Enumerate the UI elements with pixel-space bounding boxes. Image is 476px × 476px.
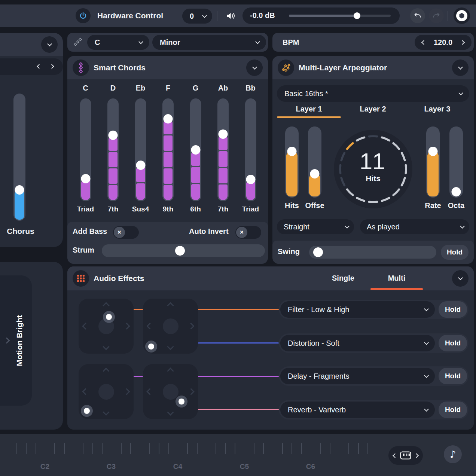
chord-voicing-slider[interactable] (80, 98, 91, 201)
fx-hold-button[interactable]: Hold (439, 335, 467, 351)
chord-slider-thumb[interactable] (164, 114, 173, 123)
chord-type-label: 7th (207, 205, 239, 213)
chord-voicing-slider[interactable] (135, 98, 146, 201)
arp-slider-thumb[interactable] (287, 147, 297, 156)
chord-voicing-slider[interactable] (162, 98, 174, 201)
chevron-up-icon (167, 302, 174, 309)
pad-position-dot[interactable] (145, 341, 157, 353)
audio-effects-collapse-button[interactable] (452, 270, 469, 287)
fx-slot-dropdown[interactable]: Reverb - Variverb (280, 402, 435, 418)
arp-offse-slider[interactable] (308, 126, 321, 198)
midi-channel-dropdown[interactable]: 0 (182, 9, 212, 24)
fx-slot-dropdown[interactable]: Filter - Low & High (280, 301, 435, 318)
xy-pad-filter[interactable] (79, 299, 134, 354)
chorus-slider-thumb[interactable] (15, 185, 24, 195)
audio-effects-card: Audio Effects Single Multi Filter - Low … (67, 266, 474, 430)
arp-slider-column: Hits (285, 126, 299, 213)
chord-note-label: Bb (237, 84, 264, 92)
chevron-down-icon (202, 13, 207, 18)
tab-layer-2[interactable]: Layer 2 (341, 105, 405, 113)
arpeggiator-card: Multi-Layer Arpeggiator Basic 16ths * La… (272, 56, 474, 264)
chevron-right-icon (123, 323, 130, 329)
chord-slider-thumb[interactable] (136, 161, 145, 170)
bpm-increase-icon[interactable] (460, 40, 465, 45)
note-order-dropdown[interactable]: As played (360, 219, 469, 234)
strum-slider[interactable] (102, 244, 265, 257)
bpm-decrease-icon[interactable] (421, 40, 426, 45)
volume-slider-fill (289, 15, 357, 17)
scale-dropdown[interactable]: Minor (152, 35, 266, 50)
chord-slider-thumb[interactable] (219, 129, 228, 139)
arp-hold-button[interactable]: Hold (441, 245, 469, 260)
bpm-value[interactable]: 120.0 (434, 38, 452, 47)
xy-pad-delay[interactable] (79, 364, 134, 419)
xy-pad-distortion[interactable] (143, 299, 198, 354)
chord-slider-thumb[interactable] (81, 174, 90, 183)
chorus-slider[interactable] (13, 94, 25, 221)
arpeggiator-collapse-button[interactable] (452, 59, 469, 76)
octave-down-icon[interactable] (393, 453, 397, 458)
tab-multi[interactable]: Multi (382, 274, 412, 283)
tab-layer-3[interactable]: Layer 3 (405, 105, 469, 113)
chevron-right-icon[interactable] (49, 64, 54, 69)
power-button[interactable] (76, 8, 91, 23)
xy-pad-reverb[interactable] (143, 364, 198, 419)
chord-voicing-slider[interactable] (107, 98, 119, 201)
volume-slider[interactable] (289, 15, 391, 17)
chevron-left-icon[interactable] (37, 64, 42, 69)
undo-button[interactable] (410, 8, 425, 23)
arp-slider-thumb[interactable] (452, 187, 461, 196)
chord-voicing-slider[interactable] (245, 98, 256, 201)
swing-slider-thumb[interactable] (313, 247, 323, 257)
note-order-value: As played (367, 223, 400, 231)
chord-slider-thumb[interactable] (246, 175, 255, 184)
pad-center (163, 384, 178, 400)
left-panel-collapse-button[interactable] (41, 36, 58, 53)
chord-type-label: 6th (180, 205, 211, 213)
chord-slider-thumb[interactable] (191, 145, 200, 155)
arp-slider-thumb[interactable] (428, 147, 438, 156)
arp-rate-slider[interactable] (426, 126, 440, 198)
pad-position-dot[interactable] (176, 396, 187, 408)
smart-chords-collapse-button[interactable] (246, 59, 263, 76)
octave-up-icon[interactable] (414, 453, 419, 458)
keyboard-strip[interactable]: C2 C3 C4 C5 C6 ♪ (0, 434, 476, 476)
chord-voicing-slider[interactable] (217, 98, 229, 201)
left-preset-selector[interactable] (0, 58, 63, 75)
timing-dropdown[interactable]: Straight (277, 219, 354, 234)
arp-preset-dropdown[interactable]: Basic 16ths * (277, 85, 469, 102)
volume-slider-thumb[interactable] (354, 12, 360, 19)
fx-slot-dropdown[interactable]: Distortion - Soft (280, 335, 435, 351)
chord-slider-thumb[interactable] (109, 131, 118, 140)
arp-octa-slider[interactable] (449, 126, 463, 198)
tab-single[interactable]: Single (328, 274, 358, 283)
swing-slider[interactable] (309, 246, 436, 259)
fx-connector-line (134, 376, 143, 377)
fx-hold-button[interactable]: Hold (439, 368, 467, 384)
strum-slider-thumb[interactable] (175, 246, 185, 256)
auto-invert-toggle[interactable]: × (235, 226, 261, 239)
arp-slider-thumb[interactable] (310, 169, 320, 178)
fx-slot-row: Filter - Low & High Hold (279, 300, 469, 319)
expand-chevron-icon[interactable] (4, 338, 10, 344)
settings-button[interactable] (454, 7, 470, 24)
redo-button[interactable] (429, 8, 444, 23)
add-bass-toggle[interactable]: × (113, 226, 139, 239)
pad-position-dot[interactable] (103, 311, 115, 323)
root-note-dropdown[interactable]: C (87, 35, 149, 50)
chord-voicing-slider[interactable] (190, 98, 201, 201)
keyboard-icon (400, 451, 411, 460)
pad-position-dot[interactable] (81, 405, 93, 417)
fx-hold-button[interactable]: Hold (439, 301, 467, 318)
active-tab-underline (370, 288, 423, 290)
left-panel-header (0, 33, 63, 56)
motion-card[interactable]: Motion Bright (0, 275, 32, 406)
chevron-down-icon (424, 340, 429, 345)
tab-layer-1[interactable]: Layer 1 (277, 105, 341, 113)
midi-mode-button[interactable]: ♪ (444, 445, 462, 463)
fx-slot-dropdown[interactable]: Delay - Fragments (280, 368, 435, 384)
chevron-right-icon (123, 388, 130, 395)
hits-knob[interactable]: 11 Hits (334, 130, 412, 208)
fx-hold-button[interactable]: Hold (439, 402, 467, 418)
arp-hits-slider[interactable] (285, 126, 299, 198)
